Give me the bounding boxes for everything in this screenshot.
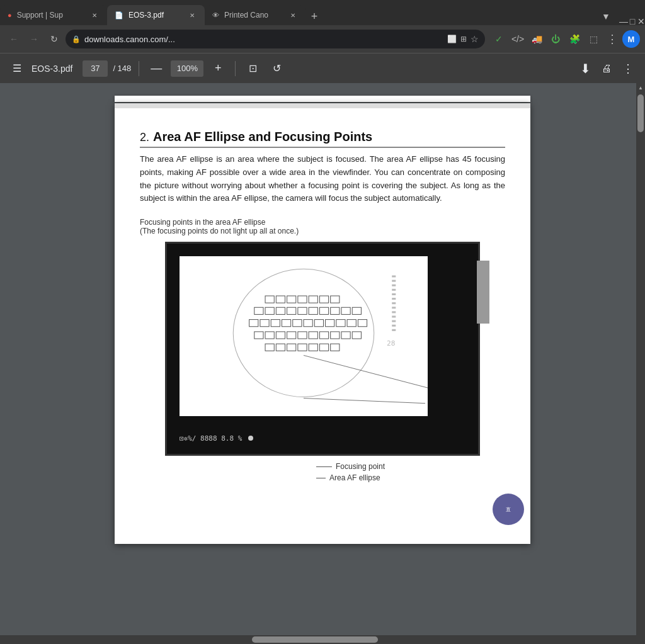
- tab-close-3[interactable]: ✕: [288, 10, 298, 20]
- svg-rect-34: [309, 332, 317, 339]
- cast-icon: ⬜: [447, 35, 457, 43]
- svg-rect-42: [298, 344, 307, 351]
- viewfinder-inner: 28: [180, 256, 428, 416]
- annotation-line-1: [316, 466, 332, 467]
- ext-truck-icon[interactable]: 🚚: [528, 30, 545, 48]
- address-bar-row: ← → ↻ 🔒 downloads.canon.com/... ⬜ ⊞ ☆ ✓ …: [0, 25, 645, 53]
- tab-close-1[interactable]: ✕: [89, 10, 100, 20]
- pdf-fit-page-button[interactable]: ⊡: [243, 59, 262, 78]
- svg-rect-55: [392, 307, 396, 308]
- svg-rect-50: [392, 285, 396, 286]
- reload-button[interactable]: ↻: [45, 30, 63, 48]
- close-button[interactable]: ✕: [637, 18, 645, 25]
- ext-power-icon[interactable]: ⏻: [547, 30, 564, 48]
- vertical-scrollbar[interactable]: ▲: [636, 83, 645, 644]
- extension-toolbar: ✓ </> 🚚 ⏻ 🧩 ⬚ ⋮ M: [490, 30, 640, 48]
- svg-rect-28: [358, 320, 367, 327]
- watermark-text: 直: [506, 506, 511, 513]
- ext-green-icon[interactable]: ✓: [490, 30, 508, 48]
- maximize-button[interactable]: □: [629, 18, 636, 25]
- address-bar[interactable]: 🔒 downloads.canon.com/... ⬜ ⊞ ☆: [66, 30, 485, 48]
- svg-rect-56: [392, 312, 396, 314]
- svg-rect-58: [392, 320, 396, 322]
- svg-rect-43: [309, 344, 317, 351]
- svg-rect-20: [271, 320, 280, 327]
- svg-rect-49: [392, 280, 396, 282]
- svg-rect-8: [254, 307, 263, 314]
- pdf-print-button[interactable]: 🖨: [597, 59, 616, 78]
- pdf-scroll-area[interactable]: 2. Area AF Ellipse and Focusing Points T…: [0, 83, 645, 644]
- svg-rect-59: [392, 325, 396, 327]
- pdf-divider-2: [235, 61, 236, 76]
- scroll-thumb-y[interactable]: [637, 94, 644, 132]
- tab-favicon-1: ●: [8, 11, 12, 19]
- section-heading: 2. Area AF Ellipse and Focusing Points: [140, 130, 505, 148]
- section-number: 2.: [140, 131, 149, 144]
- forward-button[interactable]: →: [25, 30, 43, 48]
- svg-rect-10: [276, 307, 285, 314]
- figure-caption-1: Focusing points in the area AF ellipse (…: [140, 218, 505, 235]
- watermark-circle: 直: [493, 494, 524, 525]
- ext-code-icon[interactable]: </>: [509, 30, 527, 48]
- tab-eos-pdf[interactable]: 📄 EOS-3.pdf ✕: [107, 5, 205, 25]
- svg-rect-60: [392, 329, 396, 331]
- svg-rect-40: [276, 344, 285, 351]
- svg-rect-11: [287, 307, 296, 314]
- profile-button[interactable]: M: [622, 30, 640, 48]
- annotation-af-ellipse-label: Area AF ellipse: [329, 473, 380, 482]
- ext-puzzle-icon[interactable]: 🧩: [566, 30, 583, 48]
- main-content-area: 2. Area AF Ellipse and Focusing Points T…: [0, 83, 645, 644]
- tab-overflow-button[interactable]: ▼: [597, 8, 615, 25]
- tab-printed[interactable]: 👁 Printed Cano ✕: [205, 5, 305, 25]
- annotation-af-ellipse: Area AF ellipse: [316, 473, 505, 482]
- svg-text:28: 28: [387, 339, 395, 347]
- pdf-toolbar: ☰ EOS-3.pdf / 148 — + ⊡ ↺ ⬇ 🖨 ⋮: [0, 53, 645, 83]
- bookmark-icon[interactable]: ☆: [471, 34, 479, 44]
- ext-cast-icon[interactable]: ⬚: [585, 30, 602, 48]
- viewfinder-box: 28 ⊡✲%/ 8888 8.8 %: [165, 242, 480, 456]
- minimize-button[interactable]: —: [620, 18, 627, 25]
- vf-status-text: ⊡✲%/ 8888 8.8 %: [180, 434, 242, 443]
- new-tab-button[interactable]: +: [305, 8, 323, 25]
- svg-rect-54: [392, 302, 396, 304]
- body-paragraph: The area AF ellipse is an area where the…: [140, 153, 505, 205]
- pdf-zoom-out-button[interactable]: —: [147, 59, 166, 78]
- pdf-more-button[interactable]: ⋮: [619, 59, 637, 78]
- svg-rect-33: [298, 332, 307, 339]
- pdf-title: EOS-3.pdf: [31, 64, 72, 74]
- caption-line-1: Focusing points in the area AF ellipse: [140, 218, 505, 227]
- ext-menu-button[interactable]: ⋮: [603, 30, 621, 48]
- annotation-focusing-point-label: Focusing point: [336, 462, 385, 471]
- scroll-thumb-x[interactable]: [252, 636, 378, 643]
- vf-gray-side-block: [477, 261, 489, 324]
- svg-rect-24: [314, 320, 323, 327]
- pdf-menu-button[interactable]: ☰: [8, 59, 26, 78]
- caption-line-2: (The focusing points do not light up all…: [140, 227, 505, 235]
- pdf-rotate-button[interactable]: ↺: [267, 59, 286, 78]
- pdf-download-button[interactable]: ⬇: [576, 59, 595, 78]
- svg-rect-29: [254, 332, 263, 339]
- tab-support[interactable]: ● Support | Sup ✕: [0, 5, 107, 25]
- page-top-strip: [115, 96, 530, 102]
- tab-favicon-3: 👁: [212, 11, 219, 19]
- svg-rect-52: [392, 293, 396, 295]
- svg-rect-18: [249, 320, 258, 327]
- svg-rect-26: [336, 320, 345, 327]
- pdf-page-input[interactable]: [83, 60, 108, 77]
- pdf-zoom-in-button[interactable]: +: [208, 59, 227, 78]
- section-title-text: Area AF Ellipse and Focusing Points: [153, 130, 372, 144]
- annotation-focusing-point: Focusing point: [316, 462, 505, 471]
- horizontal-scrollbar[interactable]: [0, 635, 636, 644]
- lock-icon: 🔒: [72, 35, 81, 43]
- pdf-right-tools: ⬇ 🖨 ⋮: [576, 59, 637, 78]
- annotation-line-2: [316, 478, 326, 478]
- tab-close-2[interactable]: ✕: [187, 10, 197, 20]
- svg-rect-48: [392, 276, 396, 278]
- back-button[interactable]: ←: [5, 30, 23, 48]
- pdf-zoom-input[interactable]: [171, 60, 203, 77]
- scroll-up-arrow[interactable]: ▲: [636, 83, 645, 92]
- svg-rect-15: [331, 307, 340, 314]
- svg-rect-45: [331, 344, 340, 351]
- svg-rect-17: [352, 307, 361, 314]
- svg-rect-57: [392, 316, 396, 318]
